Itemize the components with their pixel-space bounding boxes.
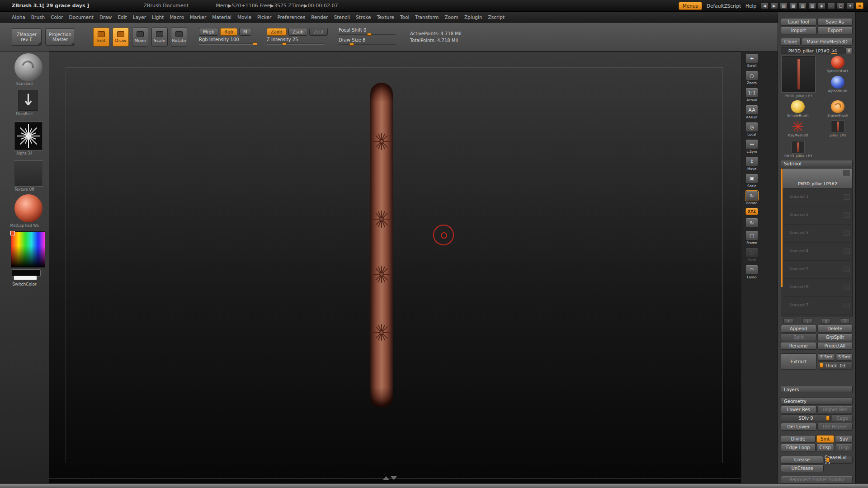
dock-button[interactable]: ◠ Lasso [744, 265, 760, 279]
tray-toggle[interactable] [383, 476, 397, 480]
mrgb-button[interactable]: Mrgb [199, 28, 218, 36]
menus-button[interactable]: Menus [679, 2, 702, 10]
subtool-prev-icon[interactable]: ↑ [783, 318, 793, 324]
default-zscript-button[interactable]: DefaultZScript [707, 3, 741, 9]
dock-button[interactable]: ○ Zoom [744, 70, 760, 85]
m-button[interactable]: M [239, 28, 251, 36]
zsub-button[interactable]: Zsub [288, 28, 308, 36]
clone-button[interactable]: Clone [781, 38, 801, 46]
dock-button[interactable]: ▣ Scale [744, 174, 760, 188]
focal-shift-slider[interactable]: Focal Shift 0 [339, 28, 398, 36]
subtool-item-unused[interactable]: Unused 2 [783, 206, 852, 225]
rgb-button[interactable]: Rgb [220, 28, 237, 36]
menu-item[interactable]: Preferences [277, 14, 305, 20]
menu-item[interactable]: Macro [170, 14, 184, 20]
extract-button[interactable]: Extract [781, 353, 816, 370]
layout-a-icon[interactable]: ▤ [780, 2, 788, 9]
z-intensity-slider[interactable]: Z Intensity 25 [267, 37, 326, 46]
export-button[interactable]: Export [817, 27, 853, 34]
layout-b-icon[interactable]: ▦ [789, 2, 797, 9]
zadd-button[interactable]: Zadd [267, 28, 287, 36]
color-picker[interactable] [11, 231, 45, 267]
draw-size-slider[interactable]: Draw Size 8 [339, 38, 398, 46]
menu-item[interactable]: Movie [237, 14, 251, 20]
dock-button[interactable]: ↕ Move [744, 156, 760, 171]
texture-thumbnail[interactable] [14, 161, 42, 186]
dock-button[interactable]: AA AAHalf [744, 105, 760, 119]
sdiv-slider[interactable]: SDiv 9 [781, 414, 831, 422]
scale-button[interactable]: Scale [151, 28, 168, 47]
menu-item[interactable]: Render [311, 14, 328, 20]
layers-section-header[interactable]: Layers [781, 386, 853, 393]
subtool-next-icon[interactable]: ↓ [802, 318, 812, 324]
alphabrush-thumbnail[interactable] [831, 76, 844, 89]
pm3d-pillar-thumbnail[interactable] [791, 141, 805, 154]
menu-item[interactable]: Texture [377, 14, 394, 20]
suv-button[interactable]: Suv [835, 435, 853, 443]
slider-handle[interactable] [820, 363, 823, 368]
geometry-section-header[interactable]: Geometry [781, 398, 853, 405]
menu-item[interactable]: Zoom [445, 14, 458, 20]
slider-handle[interactable] [282, 42, 287, 45]
dock-button[interactable]: ◎ Local [744, 122, 760, 136]
menu-item[interactable]: Draw [99, 14, 112, 20]
divide-button[interactable]: Divide [781, 435, 816, 443]
crease-lvl-slider[interactable]: CreaseLvl 15 [824, 456, 853, 464]
lock-icon[interactable]: ◈ [818, 2, 826, 9]
reproject-higher-subdiv-button[interactable]: Reproject Higher Subdiv [781, 476, 853, 483]
menu-item[interactable]: Marker [190, 14, 206, 20]
crisp-button[interactable]: Crisp [816, 444, 834, 451]
menu-item[interactable]: Transform [415, 14, 439, 20]
subtool-item-unused[interactable]: Unused 7 [783, 297, 852, 315]
secondary-color-swatch[interactable] [14, 276, 37, 280]
pillar-lp3-thumbnail[interactable] [831, 120, 844, 133]
alpha-thumbnail[interactable] [14, 122, 42, 150]
subtool-item-unused[interactable]: Unused 1 [783, 188, 852, 206]
menu-item[interactable]: Light [152, 14, 164, 20]
layout-c-icon[interactable]: ▥ [799, 2, 807, 9]
dock-button[interactable]: ↻ [744, 218, 760, 228]
edge-loop-button[interactable]: Edge Loop [781, 444, 816, 451]
move-button[interactable]: Move [132, 28, 148, 47]
projection-master-button[interactable]: Projection Master [45, 28, 75, 46]
rgb-intensity-slider[interactable]: Rgb Intensity 100 [199, 37, 259, 46]
menu-item[interactable]: Picker [257, 14, 271, 20]
scroll-right-icon[interactable]: ▶ [770, 2, 778, 9]
grpsplit-button[interactable]: GrpSplit [817, 333, 853, 341]
menu-item[interactable]: Stroke [356, 14, 371, 20]
hide-icon[interactable]: ▾ [846, 2, 854, 9]
zcut-button[interactable]: Zcut [309, 28, 328, 36]
slider-handle[interactable] [826, 457, 830, 462]
scroll-left-icon[interactable]: ◀ [761, 2, 769, 9]
save-as-button[interactable]: Save As [817, 18, 853, 26]
append-button[interactable]: Append [781, 325, 816, 333]
load-tool-button[interactable]: Load Tool [781, 18, 816, 26]
document-canvas[interactable] [49, 52, 741, 483]
menu-item[interactable]: Edit [118, 14, 127, 20]
crease-button[interactable]: Crease [781, 456, 823, 464]
dock-button[interactable]: ↻ Rotate [744, 191, 760, 205]
delete-button[interactable]: Delete [817, 325, 853, 333]
subtool-move-down-icon[interactable]: ↧ [840, 318, 850, 324]
brush-thumbnail[interactable] [14, 53, 42, 81]
slider-handle[interactable] [367, 33, 372, 36]
smt-button[interactable]: Smt [816, 435, 834, 443]
rotate-button[interactable]: Rotate [171, 28, 187, 47]
dock-button[interactable]: □ Frame [744, 230, 760, 245]
slider-handle[interactable] [253, 42, 257, 45]
del-lower-button[interactable]: Del Lower [781, 423, 816, 431]
e-smt-button[interactable]: E Smt [818, 353, 835, 361]
slider-handle[interactable] [349, 43, 354, 46]
menu-item[interactable]: Material [212, 14, 231, 20]
subtool-item-selected[interactable]: PM3D_pillar_LP3#2 [783, 169, 852, 188]
thick-slider[interactable]: Thick .03 [818, 361, 853, 370]
slider-handle[interactable] [826, 416, 830, 421]
help-button[interactable]: Help [745, 3, 756, 9]
cage-button[interactable]: Cage [832, 414, 853, 422]
subtool-item-unused[interactable]: Unused 4 [783, 243, 852, 261]
menu-item[interactable]: Layer [133, 14, 146, 20]
rename-button[interactable]: Rename [781, 342, 816, 350]
zmapper-button[interactable]: ZMapper rev-E [12, 28, 42, 46]
lower-res-button[interactable]: Lower Res [781, 406, 816, 413]
s-smt-button[interactable]: S Smt [836, 353, 853, 361]
